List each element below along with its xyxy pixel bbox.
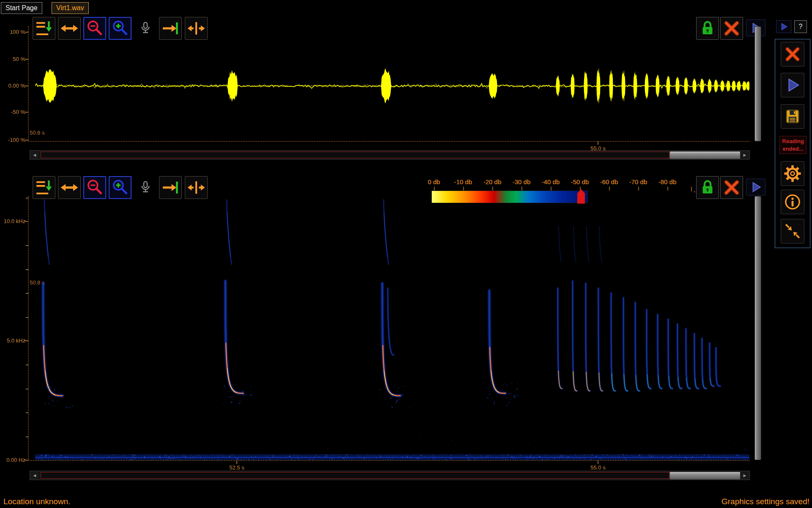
spec-horizontal-fit-button[interactable] (58, 176, 81, 199)
application-window: Start Page Virt1.wav (0, 0, 812, 508)
db-tick (521, 187, 522, 190)
zoom-in-icon (111, 178, 129, 197)
close-file-button[interactable] (781, 42, 804, 66)
spec-stretch-button[interactable] (185, 176, 208, 199)
spectrogram-plot[interactable] (35, 196, 749, 460)
waveform-plot[interactable] (35, 26, 749, 141)
status-left: Location unknown. (3, 497, 70, 506)
lines-with-down-arrow-icon (34, 178, 54, 197)
wave-ylabel-neg50: -50 % (1, 109, 25, 115)
wave-time-axis-line (28, 141, 749, 142)
floppy-disk-icon (783, 107, 802, 126)
info-icon (783, 192, 802, 212)
play-icon (777, 22, 790, 32)
db-label-20: -20 db (478, 178, 507, 185)
spec-ytick-minor (26, 317, 28, 318)
spec-ylabel-0: 0.00 Hz (1, 457, 25, 463)
db-tick (434, 187, 435, 190)
zoom-out-icon (85, 178, 104, 197)
spectrogram-hscrollbar[interactable]: ◄ ► (30, 471, 750, 480)
db-tick (667, 187, 668, 190)
waveform-hscrollbar[interactable]: ◄ ► (30, 150, 750, 160)
microphone-icon (138, 178, 153, 197)
play-file-button[interactable] (781, 73, 804, 97)
play-icon (747, 180, 764, 194)
wave-scrollbar-thumb[interactable] (669, 151, 741, 159)
wave-ylabel-50: 50 % (1, 56, 25, 62)
wave-scroll-left-button[interactable]: ◄ (30, 151, 39, 159)
close-icon (722, 178, 741, 197)
tab-virt1-wav[interactable]: Virt1.wav (52, 2, 89, 14)
close-icon (783, 44, 802, 64)
status-right: Graphics settings saved! (592, 497, 809, 506)
spec-amplitude-fit-button[interactable] (33, 176, 55, 199)
spec-time-axis-line (28, 460, 749, 461)
play-icon (783, 75, 802, 95)
spec-ytick-minor (26, 364, 28, 365)
gear-icon (783, 164, 802, 183)
db-tick (492, 187, 493, 190)
db-tick (609, 187, 610, 190)
info-button[interactable] (781, 190, 804, 214)
spec-close-view-button[interactable] (720, 176, 743, 199)
db-label-0: 0 db (420, 178, 448, 185)
arrow-to-end-bar-icon (161, 178, 180, 197)
spec-ylabel-10k: 10.0 kHz (1, 218, 25, 224)
help-button[interactable]: ? (794, 20, 807, 33)
spec-record-button[interactable] (136, 176, 155, 199)
spec-play-button[interactable] (746, 179, 765, 196)
wave-ylabel-100: 100 % (1, 29, 25, 35)
spec-y-axis-line (28, 196, 29, 460)
db-color-scale-bar (431, 190, 588, 203)
spec-zoom-out-button[interactable] (83, 176, 106, 199)
settings-button[interactable] (781, 161, 804, 186)
tab-start-page[interactable]: Start Page (1, 2, 42, 14)
db-label-10: -10 db (449, 178, 477, 185)
spec-ytick-minor (26, 436, 28, 437)
spec-ytick-minor (26, 269, 28, 270)
spec-time-tick (598, 461, 598, 464)
wave-time-tick (598, 141, 598, 145)
db-label-30: -30 db (507, 178, 536, 185)
db-tick-extra (691, 187, 692, 191)
db-label-70: -70 db (624, 178, 653, 185)
spectrogram-vertical-zoom-slider[interactable] (754, 196, 761, 460)
spec-scroll-left-button[interactable]: ◄ (30, 471, 39, 480)
db-label-80: -80 db (653, 178, 682, 185)
db-label-60: -60 db (595, 178, 623, 185)
db-tick (638, 187, 639, 190)
spec-zoom-in-button[interactable] (109, 176, 132, 199)
db-tick (463, 187, 464, 190)
play-all-button[interactable] (776, 20, 791, 33)
lock-icon (698, 178, 717, 197)
wave-y-axis-line (28, 26, 29, 141)
collapse-arrows-icon (783, 221, 802, 241)
spec-ytick-minor (26, 389, 28, 389)
status-message: Reading ended... (779, 136, 807, 154)
wave-scrollbar-selection-region (41, 152, 669, 158)
spec-scroll-right-button[interactable]: ► (740, 471, 749, 480)
waveform-vertical-zoom-slider[interactable] (754, 26, 761, 141)
spec-scrollbar-thumb[interactable] (669, 472, 741, 480)
wave-ylabel-neg100: -100 % (1, 137, 25, 143)
db-stray-glyph: , (694, 186, 695, 193)
db-label-40: -40 db (536, 178, 565, 185)
spec-scrollbar-selection-region (41, 472, 669, 479)
spec-ytick-minor (26, 412, 28, 413)
wave-ylabel-0: 0.00 % (1, 83, 25, 89)
spec-ytick-minor (26, 245, 28, 246)
wave-scroll-right-button[interactable]: ► (740, 151, 749, 159)
spec-time-tick-label: 52.5 s (222, 464, 252, 471)
db-label-50: -50 db (565, 178, 594, 185)
spec-ytick-minor (26, 293, 28, 294)
control-panel: Reading ended... (775, 39, 810, 248)
db-tick (551, 187, 551, 190)
spec-lock-button[interactable] (696, 176, 719, 199)
horizontal-double-arrow-icon (60, 178, 79, 197)
collapse-panels-button[interactable] (781, 219, 804, 243)
spec-time-tick (236, 461, 237, 464)
spec-time-tick-label: 55.0 s (583, 464, 613, 471)
save-file-button[interactable] (781, 104, 804, 129)
spec-go-to-end-button[interactable] (159, 176, 182, 199)
expand-from-center-icon (187, 178, 206, 197)
